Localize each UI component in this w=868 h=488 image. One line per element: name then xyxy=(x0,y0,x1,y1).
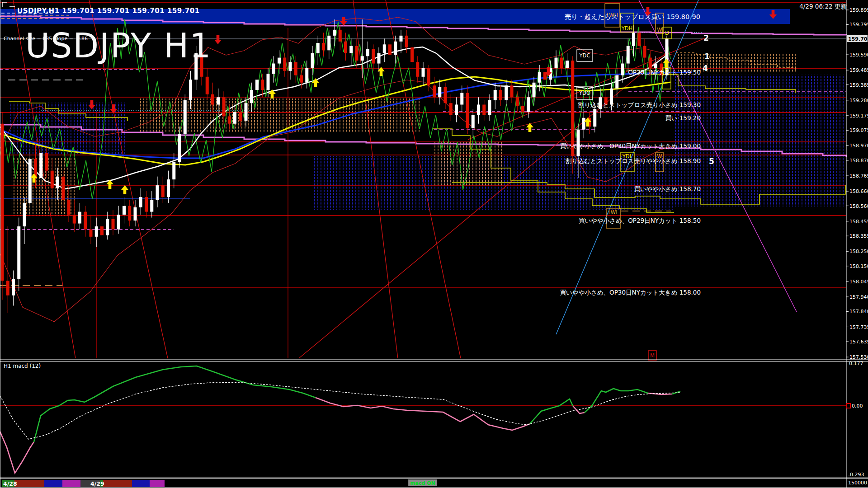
candle-bear xyxy=(444,87,447,103)
volume-scale-label: 150000 xyxy=(848,480,867,486)
candle-bull xyxy=(123,206,126,215)
axis-tick-label: 157.735 xyxy=(849,324,868,330)
candle-bear xyxy=(637,33,641,46)
axis-tick-label: 157.940 xyxy=(849,294,868,300)
candle-bear xyxy=(283,58,286,71)
macd-scale-top: 0.177 xyxy=(849,361,863,366)
candle-bull xyxy=(438,87,441,98)
timeline-block xyxy=(103,480,132,487)
axis-tick-label: 159.280 xyxy=(849,98,868,103)
price-annotation: 買いやや小さめ、OP29日NYカット 158.50 xyxy=(579,217,701,224)
price-annotation: OP30日NYカット 159.50 xyxy=(628,69,701,76)
candle-bear xyxy=(416,62,419,76)
candle-bull xyxy=(477,104,480,115)
candle-bull xyxy=(455,104,458,115)
candle-bear xyxy=(73,215,76,223)
candle-bull xyxy=(12,279,15,296)
candle-bear xyxy=(466,93,469,128)
candle-bear xyxy=(560,58,563,68)
candle-bull xyxy=(555,58,558,68)
price-annotation: 割り込むとストップロス売りやや小さめ 158.90 xyxy=(566,157,701,164)
candle-bear xyxy=(521,106,524,112)
candle-bear xyxy=(372,49,375,63)
candle-bear xyxy=(261,80,264,90)
macd-indicator-label: H1 macd (12) xyxy=(4,363,41,369)
candle-bear xyxy=(239,112,242,121)
candle-bull xyxy=(400,36,403,42)
candle-bull xyxy=(167,179,170,197)
candle-bull xyxy=(39,153,42,178)
axis-tick-label: 159.485 xyxy=(849,67,868,73)
candle-bull xyxy=(267,74,270,90)
price-axis: 159.895159.795159.590159.485159.385159.2… xyxy=(846,7,868,486)
candle-bear xyxy=(388,44,392,55)
candle-bear xyxy=(510,85,514,97)
price-annotation: 買い 159.20 xyxy=(665,114,701,122)
candle-bear xyxy=(571,61,574,156)
candle-bull xyxy=(178,134,181,162)
candle-bear xyxy=(145,197,148,211)
candle-bear xyxy=(294,62,297,75)
chart-canvas[interactable]: LWHYDHWDDYDCYDOYDLWLWLM2145売り・超えたらストップロス… xyxy=(0,0,868,488)
candle-bull xyxy=(488,100,491,115)
candle-bear xyxy=(427,68,430,85)
level-box-label: YDC xyxy=(579,52,590,59)
candle-bear xyxy=(405,36,408,47)
candle-bear xyxy=(643,46,646,58)
axis-tick-label: 159.075 xyxy=(849,127,868,133)
candle-bull xyxy=(615,75,618,89)
level-box-label: D xyxy=(665,30,669,36)
candle-bear xyxy=(499,90,502,100)
candle-bull xyxy=(333,30,336,36)
candle-bull xyxy=(245,103,248,121)
candle-bull xyxy=(349,46,353,53)
candle-bull xyxy=(139,197,142,207)
timeline-block xyxy=(62,480,80,487)
level-box-label: LWL xyxy=(608,209,619,216)
candle-bear xyxy=(449,103,453,115)
candle-bear xyxy=(339,30,342,42)
candle-bear xyxy=(211,94,214,105)
candle-bull xyxy=(156,185,159,200)
candle-bull xyxy=(505,85,508,100)
candle-bull xyxy=(593,109,596,127)
candle-bear xyxy=(112,219,115,230)
candle-bull xyxy=(56,177,59,188)
macd-main-green xyxy=(530,399,573,424)
watermark-symbol: USDJPY H1 xyxy=(25,26,212,65)
candle-bull xyxy=(78,212,81,224)
axis-tick-label: 159.175 xyxy=(849,113,868,119)
candle-bull xyxy=(150,200,153,212)
candle-bull xyxy=(289,62,292,70)
price-annotation: 割り込むとストップロス売り小さめ 159.30 xyxy=(578,101,701,108)
buy-arrow-icon xyxy=(377,67,385,76)
axis-tick-label: 159.385 xyxy=(849,82,868,88)
channel-info-label: Channel size = 835 Slope = -0.86 xyxy=(4,36,88,42)
candle-bear xyxy=(433,85,436,97)
candle-bear xyxy=(482,104,486,115)
candle-bull xyxy=(217,97,220,104)
candle-bull xyxy=(117,215,120,229)
candle-bull xyxy=(566,61,569,68)
axis-tick-label: 158.870 xyxy=(849,158,868,164)
candle-bull xyxy=(383,44,386,53)
candle-bull xyxy=(472,115,475,128)
candle-bear xyxy=(344,42,347,53)
candle-bull xyxy=(106,219,109,235)
level-box-label: YDH xyxy=(621,25,633,32)
candle-bull xyxy=(311,53,314,68)
axis-tick-label: 159.795 xyxy=(849,22,868,28)
axis-tick-label: 158.455 xyxy=(849,219,868,225)
axis-tick-label: 158.660 xyxy=(849,188,868,194)
timeline-block xyxy=(14,480,44,487)
candle-bear xyxy=(228,116,231,123)
macd-on-button[interactable]: macd ON xyxy=(408,479,437,486)
candle-bull xyxy=(233,112,236,124)
timeline-date-label: 4/29 xyxy=(90,480,104,487)
macd-main-pink xyxy=(0,432,34,473)
candle-bull xyxy=(172,162,175,179)
macd-signal-line xyxy=(0,382,680,439)
macd-main-pink xyxy=(316,398,530,430)
candle-bear xyxy=(100,226,104,235)
candle-bull xyxy=(527,97,530,112)
